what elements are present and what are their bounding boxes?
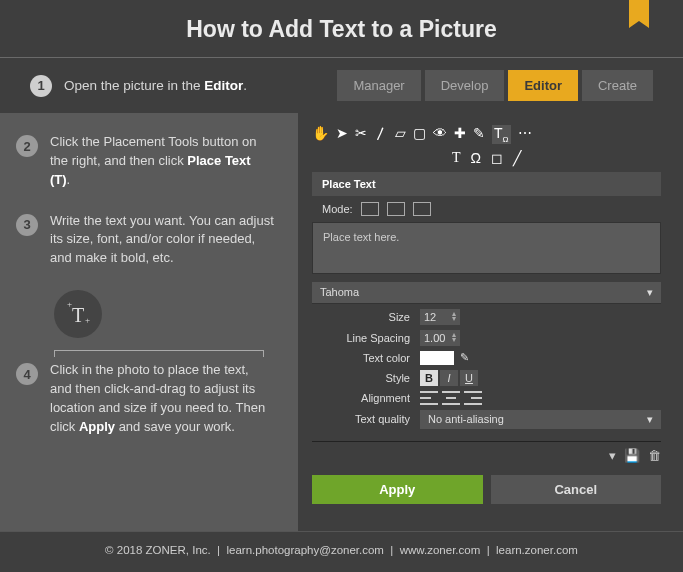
footer: © 2018 ZONER, Inc. | learn.photography@z…	[0, 531, 683, 568]
trash-icon[interactable]: 🗑	[648, 448, 661, 463]
step-number-1: 1	[30, 75, 52, 97]
alignment-label: Alignment	[312, 392, 420, 404]
more-icon[interactable]: ⋯	[518, 125, 532, 144]
quality-label: Text quality	[312, 413, 420, 425]
place-text-icon: + T +	[54, 290, 102, 338]
chevron-down-icon: ▾	[647, 286, 653, 299]
editor-panel: ✋ ➤ ✂ 〳 ▱ ▢ 👁 ✚ ✎ TΩ ⋯ T Ω ◻ ╱ Place Tex…	[298, 113, 683, 531]
align-left-icon[interactable]	[420, 391, 438, 405]
font-select[interactable]: Tahoma▾	[312, 282, 661, 304]
eyedropper-icon[interactable]: ✎	[460, 351, 469, 364]
divider	[312, 441, 661, 442]
module-tabs: Manager Develop Editor Create	[337, 70, 653, 101]
mode-label: Mode:	[322, 203, 353, 215]
path-icon[interactable]: 〳	[374, 125, 388, 144]
line-icon[interactable]: ╱	[513, 150, 521, 166]
mode-1-icon[interactable]	[361, 202, 379, 216]
underline-button[interactable]: U	[460, 370, 478, 386]
mode-3-icon[interactable]	[413, 202, 431, 216]
save-icon[interactable]: 💾	[624, 448, 640, 463]
tab-create[interactable]: Create	[582, 70, 653, 101]
toolbar-text: T Ω ◻ ╱	[412, 150, 562, 166]
shape-icon[interactable]: ◻	[491, 150, 503, 166]
hand-icon[interactable]: ✋	[312, 125, 329, 144]
step-3-text: Write the text you want. You can adjust …	[50, 212, 274, 269]
text-icon[interactable]: T	[452, 150, 461, 166]
svg-text:+: +	[85, 315, 90, 325]
chevron-down-icon[interactable]: ▾	[609, 448, 616, 463]
size-label: Size	[312, 311, 420, 323]
page-title: How to Add Text to a Picture	[0, 0, 683, 57]
tab-editor[interactable]: Editor	[508, 70, 578, 101]
text-input[interactable]: Place text here.	[312, 222, 661, 274]
omega-icon[interactable]: Ω	[471, 150, 481, 166]
perspective-icon[interactable]: ▱	[395, 125, 406, 144]
svg-text:T: T	[72, 304, 84, 326]
bracket-icon	[54, 350, 264, 357]
step-1-text: Open the picture in the Editor.	[64, 78, 247, 93]
step-1-row: 1 Open the picture in the Editor. Manage…	[0, 58, 683, 113]
panel-header: Place Text	[312, 172, 661, 196]
step-number-3: 3	[16, 214, 38, 236]
cancel-button[interactable]: Cancel	[491, 475, 662, 504]
italic-button[interactable]: I	[440, 370, 458, 386]
eye-icon[interactable]: 👁	[433, 125, 447, 144]
linespacing-input[interactable]: 1.00▴▾	[420, 330, 460, 346]
mode-2-icon[interactable]	[387, 202, 405, 216]
text-tool-icon[interactable]: TΩ	[492, 125, 511, 144]
tab-manager[interactable]: Manager	[337, 70, 420, 101]
step-number-2: 2	[16, 135, 38, 157]
apply-button[interactable]: Apply	[312, 475, 483, 504]
quality-select[interactable]: No anti-aliasing▾	[420, 410, 661, 429]
step-number-4: 4	[16, 363, 38, 385]
size-input[interactable]: 12▴▾	[420, 309, 460, 325]
step-2-text: Click the Placement Tools button on the …	[50, 133, 274, 190]
pointer-icon[interactable]: ➤	[336, 125, 348, 144]
textcolor-label: Text color	[312, 352, 420, 364]
align-center-icon[interactable]	[442, 391, 460, 405]
toolbar-main: ✋ ➤ ✂ 〳 ▱ ▢ 👁 ✚ ✎ TΩ ⋯	[312, 125, 661, 144]
step-4-text: Click in the photo to place the text, an…	[50, 361, 274, 436]
bold-button[interactable]: B	[420, 370, 438, 386]
crop-icon[interactable]: ✂	[355, 125, 367, 144]
chevron-down-icon: ▾	[647, 413, 653, 426]
style-label: Style	[312, 372, 420, 384]
brush-icon[interactable]: ✎	[473, 125, 485, 144]
heal-icon[interactable]: ✚	[454, 125, 466, 144]
steps-sidebar: 2 Click the Placement Tools button on th…	[0, 113, 298, 531]
linespacing-label: Line Spacing	[312, 332, 420, 344]
mode-row: Mode:	[312, 196, 661, 222]
align-right-icon[interactable]	[464, 391, 482, 405]
frame-icon[interactable]: ▢	[413, 125, 426, 144]
preset-row: ▾ 💾 🗑	[312, 448, 661, 469]
color-swatch[interactable]	[420, 351, 454, 365]
tab-develop[interactable]: Develop	[425, 70, 505, 101]
